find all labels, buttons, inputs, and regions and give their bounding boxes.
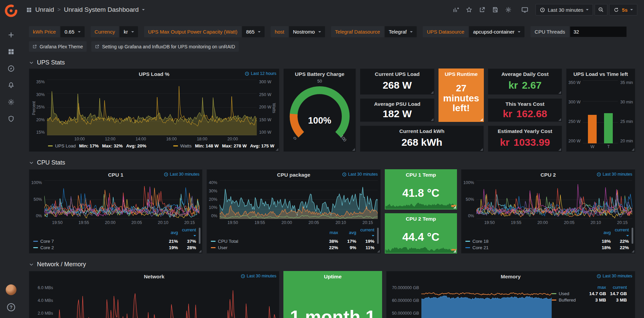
legend-row: Used 14.7 GB 14.7 GB [552,291,627,296]
panel-title[interactable]: Current Load kWh [399,128,444,134]
series-name[interactable]: Used [559,291,569,296]
section-header-cpu[interactable]: CPU Stats [29,156,635,169]
alerting-icon[interactable] [7,81,15,89]
grafana-logo[interactable] [4,4,18,17]
dashboards-icon[interactable] [7,48,15,56]
chevron-down-icon [586,9,589,10]
legend-header: avg current [33,227,196,237]
panel-title[interactable]: Estimated Yearly Cost [498,128,552,134]
cpu-threads-input[interactable] [570,26,627,37]
variable-value-dropdown[interactable]: 865 [242,26,265,37]
legend: UPS Load Min: 17% Max: 32% Avg: 20% Watt… [29,143,279,151]
panel-title[interactable]: UPS Battery Charge [295,71,344,77]
panel-time-override[interactable]: Last 30 minutes [597,274,632,278]
user-avatar[interactable] [6,284,16,295]
panel-title[interactable]: UPS Load vs Time left [573,71,628,77]
legend-row: Core 7 21% 37% [33,239,196,244]
memory-chart[interactable] [421,282,552,318]
panel-time-override[interactable]: Last 30 minutes [597,172,632,177]
share-icon[interactable] [476,5,488,15]
variable-value-dropdown[interactable]: Nostromo [289,26,325,37]
cpu-package-chart[interactable] [220,180,378,219]
panel-title[interactable]: UPS Runtime [445,71,477,77]
series-color-dash [465,247,470,248]
series-name[interactable]: Core 2 [40,245,54,250]
chevron-down-icon[interactable] [142,9,145,10]
panel-time-override[interactable]: Last 30 minutes [342,172,378,177]
section-title: CPU Stats [37,159,65,166]
network-chart[interactable] [55,282,276,318]
section-header-ups[interactable]: UPS Stats [29,56,635,69]
explore-icon[interactable] [7,64,15,73]
sidebar-menu [7,31,15,123]
panel-time-override[interactable]: Last 30 minutes [164,172,199,177]
cpu1-chart[interactable] [44,180,199,219]
panel-cpu-package: CPU package Last 30 minutes 40% 30% 20% [206,169,381,254]
stat-value: 27 minutes left! [439,78,484,122]
panel-title[interactable]: Memory [501,274,520,280]
panel-time-override[interactable]: Last 12 hours [245,71,276,76]
sidebar: ? [0,0,22,318]
panel-title[interactable]: This Years Cost [505,101,544,107]
series-name[interactable]: Core 7 [40,239,54,244]
zoom-out-button[interactable] [595,4,607,15]
panel-title[interactable]: Average PSU Load [374,101,420,107]
panel-time-override[interactable]: Last 30 minutes [241,274,276,278]
y-axis-right: 35 min 30 min 25 min 20 min [618,80,633,150]
series-color-dash [33,247,38,248]
variable-value-dropdown[interactable]: apcupsd-container [469,26,524,37]
link-ups-monitoring-guide[interactable]: Setting up Grafana and InfluxDB for UPS … [91,41,239,52]
tv-mode-icon[interactable] [519,5,531,15]
legend-table: avg current Core 7 21% 37% [29,226,202,253]
legend-scrollbar[interactable] [632,228,633,244]
star-icon[interactable] [463,5,475,15]
legend-scrollbar[interactable] [377,228,379,244]
ups-load-chart[interactable] [47,80,257,135]
panel-title[interactable]: CPU 2 Temp [406,216,436,222]
configuration-icon[interactable] [7,98,15,106]
panel-title[interactable]: Network [144,274,164,280]
time-range-picker[interactable]: Last 30 minutes [536,4,593,15]
bar-time-left[interactable] [604,113,613,143]
panel-cpu2-temp: CPU 2 Temp 44.4 °C [385,213,457,254]
sort-caret-icon [626,235,629,236]
series-name[interactable]: Core 21 [472,245,489,250]
variable-value-dropdown[interactable]: kr [120,26,138,37]
panel-this-years-cost: This Years Cost kr162.68 [488,98,562,122]
breadcrumb-dashboard-title[interactable]: Unraid System Dashboard [64,6,139,13]
bar-ups-watts[interactable] [588,115,597,143]
panel-title[interactable]: Average Daily Cost [501,71,549,77]
create-icon[interactable] [7,31,15,39]
dashboard-settings-icon[interactable] [503,5,514,15]
series-name[interactable]: Buffered [559,298,576,303]
variable-value-dropdown[interactable]: 0.65 [60,26,84,37]
panel-title[interactable]: Current UPS Load [375,71,419,77]
panel-title[interactable]: CPU 1 [108,172,124,178]
series-name[interactable]: User [218,245,228,250]
series-name[interactable]: Core 18 [472,239,489,244]
section-header-netmem[interactable]: Network / Memory [29,258,635,270]
variable-ups-datasource: UPS Datasource apcupsd-container [423,26,524,37]
legend-scrollbar[interactable] [199,228,200,244]
help-icon[interactable]: ? [7,303,15,311]
series-name[interactable]: UPS Load [55,143,76,148]
panel-title[interactable]: Uptime [324,274,342,280]
series-name[interactable]: CPU Total [218,239,238,244]
series-name[interactable]: Watts [180,143,192,148]
cpu2-chart[interactable] [476,180,632,219]
refresh-picker[interactable]: 5s [609,4,637,15]
server-admin-icon[interactable] [7,115,15,123]
panel-title[interactable]: UPS Load % [139,71,169,77]
series-color-dash [33,241,38,242]
ups-vs-time-chart[interactable] [583,80,618,143]
breadcrumb-folder[interactable]: Unraid [35,6,54,13]
panel-title[interactable]: CPU 1 Temp [406,172,436,178]
panel-title[interactable]: CPU package [277,172,310,178]
main-area: Unraid > Unraid System Dashboard [22,0,644,318]
save-icon[interactable] [490,5,501,15]
variable-value-dropdown[interactable]: Telegraf [385,26,417,37]
link-grafana-plex-theme[interactable]: Grafana Plex Theme [29,41,87,52]
chevron-down-icon [410,31,413,33]
panel-title[interactable]: CPU 2 [541,172,556,178]
add-panel-icon[interactable] [450,5,462,15]
